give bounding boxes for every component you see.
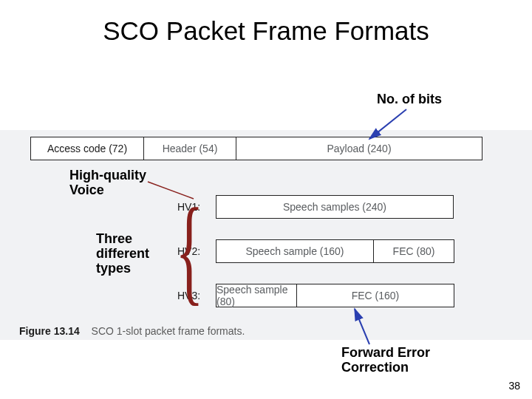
annot-high-quality-voice: High-quality Voice [69,168,146,198]
hv1-row: HV1: Speech samples (240) [177,196,454,218]
annot-three-l1: Three [96,231,132,246]
scanned-figure-bg [0,130,532,340]
figure-caption-text: SCO 1-slot packet frame formats. [92,325,245,337]
figure-caption: Figure 13.14 SCO 1-slot packet frame for… [19,325,245,337]
annot-three-l2: different [96,246,149,261]
annot-three-l3: types [96,261,131,276]
hv3-speech: Speech sample (80) [216,284,297,307]
hv2-row: HV2: Speech sample (160) FEC (80) [177,240,454,262]
annot-fec-l1: Forward Error [341,345,430,360]
hv3-fec: FEC (160) [297,284,454,307]
hv3-row: HV3: Speech sample (80) FEC (160) [177,284,454,307]
annot-hqv-l2: Voice [69,183,104,197]
hv1-speech: Speech samples (240) [216,196,453,218]
packet-header-row: Access code (72) Header (54) Payload (24… [30,137,482,160]
brace-icon: { [175,191,203,309]
page-title: SCO Packet Frame Formats [0,16,532,46]
annot-three-types: Three different types [96,232,149,276]
annot-no-of-bits: No. of bits [377,92,442,107]
hv2-speech: Speech sample (160) [216,240,374,262]
cell-access-code: Access code (72) [31,137,144,160]
annot-fec: Forward Error Correction [341,346,430,375]
figure-number: Figure 13.14 [19,325,80,337]
hv2-fec: FEC (80) [374,240,454,262]
cell-payload: Payload (240) [236,137,482,160]
annot-fec-l2: Correction [341,360,409,375]
cell-header: Header (54) [144,137,236,160]
page-number: 38 [508,380,520,392]
annot-hqv-l1: High-quality [69,168,146,183]
